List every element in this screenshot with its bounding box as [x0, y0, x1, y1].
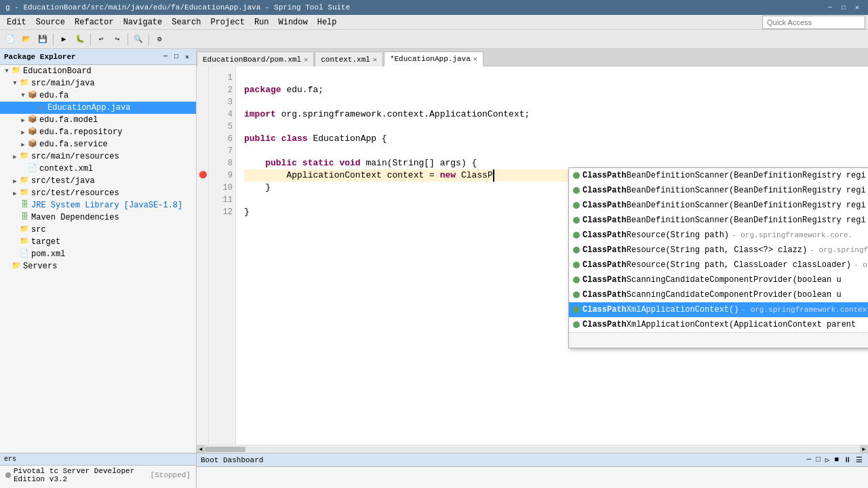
sidebar-item-servers[interactable]: 📁 Servers	[0, 260, 196, 272]
ac-item-suffix: - org.springframework.core.	[732, 229, 852, 241]
ac-item[interactable]: ClassPathResource(String path, Class<?> …	[569, 243, 868, 258]
menu-refactor[interactable]: Refactor	[71, 16, 118, 28]
menu-help[interactable]: Help	[313, 16, 341, 28]
line-num: 8	[212, 157, 233, 169]
tab-label: EducationBoard/pom.xml	[203, 56, 301, 64]
editor-content[interactable]: 🔴 1 2 3 4 5 6 7 8 9 10 11 12	[197, 66, 868, 445]
ac-item[interactable]: ClassPathXmlApplicationContext(Applicati…	[569, 317, 868, 332]
sidebar-item-edu-fa-repository[interactable]: ▶ 📦 edu.fa.repository	[0, 126, 196, 138]
sidebar-item-target[interactable]: 📁 target	[0, 236, 196, 248]
toolbar-open[interactable]: 📂	[19, 32, 34, 47]
ac-item-text: ClassPathBeanDefinitionScanner(BeanDefin…	[583, 169, 866, 182]
horizontal-scrollbar[interactable]: ◀ ▶	[197, 445, 868, 453]
package-icon: 📦	[27, 115, 38, 125]
tab-close-educationapp[interactable]: ✕	[473, 55, 477, 63]
menu-run[interactable]: Run	[250, 16, 273, 28]
ac-bullet-icon	[573, 202, 580, 209]
sidebar-item-src-test-java[interactable]: ▶ 📁 src/test/java	[0, 175, 196, 187]
toolbar-search[interactable]: 🔍	[131, 32, 146, 47]
toolbar-debug[interactable]: 🐛	[73, 32, 87, 47]
tab-pom-xml[interactable]: EducationBoard/pom.xml ✕	[197, 52, 314, 66]
sidebar-item-edu-fa-service[interactable]: ▶ 📦 edu.fa.service	[0, 138, 196, 150]
sidebar-item-pom-xml[interactable]: 📄 pom.xml	[0, 248, 196, 260]
toolbar: 📄 📂 💾 ▶ 🐛 ↩ ↪ 🔍 ⚙	[0, 30, 868, 49]
ac-item-selected[interactable]: ClassPathXmlApplicationContext() - org.s…	[569, 302, 868, 317]
maximize-button[interactable]: □	[838, 2, 849, 13]
sidebar-minimize-icon[interactable]: ─	[161, 53, 170, 61]
menu-search[interactable]: Search	[167, 16, 205, 28]
boot-control-pause[interactable]: ⏸	[842, 455, 852, 464]
sidebar-item-edu-fa[interactable]: ▼ 📦 edu.fa	[0, 89, 196, 102]
scroll-track[interactable]	[205, 447, 860, 452]
menu-navigate[interactable]: Navigate	[119, 16, 167, 28]
tab-close-context[interactable]: ✕	[373, 56, 377, 64]
boot-control-menu[interactable]: ☰	[854, 455, 864, 464]
sidebar-header-controls[interactable]: ─ □ ✕	[161, 53, 192, 61]
ac-item[interactable]: ClassPathBeanDefinitionScanner(BeanDefin…	[569, 168, 868, 183]
sidebar-item-label: src	[31, 225, 46, 235]
boot-control-run[interactable]: ▷	[824, 455, 831, 464]
code-line-7	[244, 145, 860, 157]
menu-window[interactable]: Window	[275, 16, 312, 28]
ac-item[interactable]: ClassPathScanningCandidateComponentProvi…	[569, 272, 868, 287]
ac-item[interactable]: ClassPathResource(String path, ClassLoad…	[569, 258, 868, 272]
scroll-right-button[interactable]: ▶	[860, 445, 868, 453]
gutter-error-row: 🔴	[197, 169, 208, 182]
scroll-thumb[interactable]	[205, 447, 245, 452]
ac-bullet-icon	[573, 277, 580, 283]
ac-item[interactable]: ClassPathBeanDefinitionScanner(BeanDefin…	[569, 183, 868, 198]
sidebar-item-educationapp[interactable]: ☕ EducationApp.java	[0, 102, 196, 114]
sidebar-item-educationboard[interactable]: ▼ 📁 EducationBoard	[0, 65, 196, 77]
sidebar-maximize-icon[interactable]: □	[172, 53, 181, 61]
ac-item-text: ClassPathBeanDefinitionScanner(BeanDefin…	[583, 199, 866, 211]
menu-edit[interactable]: Edit	[3, 16, 31, 28]
autocomplete-dropdown[interactable]: ClassPathBeanDefinitionScanner(BeanDefin…	[568, 167, 868, 348]
sidebar-item-maven[interactable]: 🗄 Maven Dependencies	[0, 211, 196, 224]
sidebar-item-label: pom.xml	[31, 249, 65, 259]
ac-item[interactable]: ClassPathBeanDefinitionScanner(BeanDefin…	[569, 213, 868, 228]
sidebar-item-src-main-java[interactable]: ▼ 📁 src/main/java	[0, 77, 196, 89]
menu-project[interactable]: Project	[206, 16, 248, 28]
folder-icon: 📁	[11, 261, 22, 272]
line-num: 10	[212, 182, 233, 194]
tab-close-pom[interactable]: ✕	[304, 56, 308, 64]
title-bar-controls[interactable]: ─ □ ✕	[825, 2, 863, 13]
sidebar-item-label: target	[31, 237, 60, 247]
toolbar-undo[interactable]: ↩	[94, 32, 108, 47]
tab-label: context.xml	[321, 56, 370, 64]
tab-context-xml[interactable]: context.xml ✕	[315, 52, 383, 66]
boot-controls[interactable]: ─ □ ▷ ■ ⏸ ☰	[806, 455, 864, 464]
sidebar-item-jre[interactable]: 🗄 JRE System Library [JavaSE-1.8]	[0, 199, 196, 211]
ac-item[interactable]: ClassPathScanningCandidateComponentProvi…	[569, 287, 868, 302]
toolbar-save[interactable]: 💾	[35, 32, 50, 47]
minimize-button[interactable]: ─	[825, 2, 835, 13]
ac-footer: Press 'Ctrl+Space' to show Template Prop…	[569, 332, 868, 348]
boot-control-maximize[interactable]: □	[814, 455, 822, 464]
sidebar-item-src[interactable]: 📁 src	[0, 224, 196, 236]
toolbar-new[interactable]: 📄	[3, 32, 18, 47]
line-num: 12	[212, 206, 233, 218]
folder-icon: 📁	[19, 224, 30, 235]
toolbar-run[interactable]: ▶	[56, 32, 71, 47]
ac-item[interactable]: ClassPathResource(String path) - org.spr…	[569, 228, 868, 243]
sidebar-item-context-xml[interactable]: 📄 context.xml	[0, 163, 196, 175]
close-button[interactable]: ✕	[852, 2, 863, 13]
boot-control-minimize[interactable]: ─	[806, 455, 813, 464]
boot-control-stop[interactable]: ■	[833, 455, 840, 464]
toolbar-redo[interactable]: ↪	[110, 32, 125, 47]
sidebar-item-src-main-resources[interactable]: ▶ 📁 src/main/resources	[0, 150, 196, 163]
sidebar-close-icon[interactable]: ✕	[182, 53, 192, 61]
toolbar-settings[interactable]: ⚙	[152, 32, 167, 47]
sidebar-item-edu-fa-model[interactable]: ▶ 📦 edu.fa.model	[0, 114, 196, 126]
scroll-left-button[interactable]: ◀	[197, 445, 205, 453]
quick-access-input[interactable]	[762, 16, 865, 29]
ac-bullet-icon	[573, 291, 580, 298]
gutter-row	[197, 72, 208, 84]
menu-source[interactable]: Source	[32, 16, 69, 28]
tab-educationapp[interactable]: *EducationApp.java ✕	[384, 52, 484, 66]
code-area[interactable]: package edu.fa; import org.springframewo…	[236, 66, 868, 445]
ac-item[interactable]: ClassPathBeanDefinitionScanner(BeanDefin…	[569, 198, 868, 213]
lib-icon: 🗄	[19, 200, 30, 211]
line-num: 9	[212, 169, 233, 182]
sidebar-item-src-test-resources[interactable]: ▶ 📁 src/test/resources	[0, 187, 196, 199]
